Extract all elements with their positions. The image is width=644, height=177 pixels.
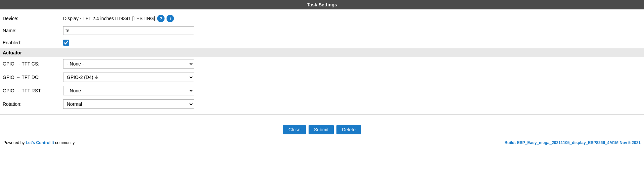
- device-value-container: Display - TFT 2.4 inches ILI9341 [TESTIN…: [63, 15, 174, 22]
- device-label: Device:: [3, 16, 63, 21]
- actuator-section-header: Actuator: [0, 48, 644, 57]
- rotation-row: Rotation: Normal 90° 180° 270°: [0, 97, 644, 111]
- delete-button[interactable]: Delete: [336, 125, 361, 134]
- enabled-checkbox[interactable]: [63, 40, 69, 46]
- submit-button[interactable]: Submit: [309, 125, 334, 134]
- gpio-cs-label: GPIO → TFT CS:: [3, 61, 63, 67]
- name-label: Name:: [3, 28, 63, 33]
- gpio-rst-row: GPIO → TFT RST: - None -: [0, 84, 644, 97]
- name-value-container: [63, 26, 194, 35]
- name-input[interactable]: [63, 26, 194, 35]
- footer-left: Powered by Let's Control It community: [3, 140, 75, 145]
- gpio-dc-row: GPIO → TFT DC: GPIO-2 (D4) ⚠: [0, 71, 644, 84]
- community-text: community: [54, 140, 75, 145]
- rotation-select[interactable]: Normal 90° 180° 270°: [63, 99, 194, 109]
- gpio-dc-label: GPIO → TFT DC:: [3, 75, 63, 80]
- build-info: Build: ESP_Easy_mega_20211105_display_ES…: [504, 140, 641, 145]
- gpio-cs-row: GPIO → TFT CS: - None -: [0, 57, 644, 71]
- title-text: Task Settings: [307, 2, 337, 7]
- gpio-cs-select[interactable]: - None -: [63, 59, 194, 69]
- lets-control-it-link[interactable]: Let's Control It: [26, 140, 54, 145]
- device-row: Device: Display - TFT 2.4 inches ILI9341…: [0, 13, 644, 24]
- gpio-dc-select[interactable]: GPIO-2 (D4) ⚠: [63, 73, 194, 82]
- divider-bottom: [0, 118, 644, 118]
- gpio-cs-value-container: - None -: [63, 59, 194, 69]
- main-content: Device: Display - TFT 2.4 inches ILI9341…: [0, 9, 644, 138]
- gpio-rst-label: GPIO → TFT RST:: [3, 88, 63, 93]
- enabled-row: Enabled:: [0, 37, 644, 48]
- button-row: Close Submit Delete: [0, 122, 644, 138]
- enabled-label: Enabled:: [3, 40, 63, 45]
- gpio-rst-value-container: - None -: [63, 86, 194, 95]
- title-bar: Task Settings: [0, 0, 644, 9]
- rotation-label: Rotation:: [3, 101, 63, 107]
- divider-top: [0, 114, 644, 115]
- footer: Powered by Let's Control It community Bu…: [0, 138, 644, 148]
- device-value-text: Display - TFT 2.4 inches ILI9341 [TESTIN…: [63, 16, 155, 21]
- info-icon[interactable]: i: [167, 15, 174, 22]
- rotation-value-container: Normal 90° 180° 270°: [63, 99, 194, 109]
- enabled-value-container: [63, 40, 69, 46]
- actuator-label: Actuator: [3, 50, 22, 55]
- close-button[interactable]: Close: [283, 125, 306, 134]
- question-icon[interactable]: ?: [157, 15, 165, 22]
- gpio-rst-select[interactable]: - None -: [63, 86, 194, 95]
- gpio-dc-value-container: GPIO-2 (D4) ⚠: [63, 73, 194, 82]
- name-row: Name:: [0, 24, 644, 37]
- powered-by-text: Powered by: [3, 140, 26, 145]
